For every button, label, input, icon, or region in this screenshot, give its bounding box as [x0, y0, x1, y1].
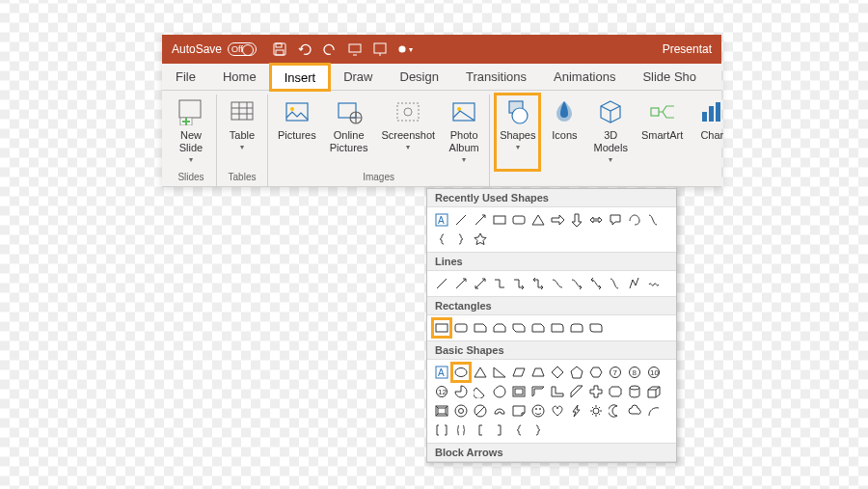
freeform-shape[interactable] — [626, 275, 643, 292]
triangle-shape[interactable] — [472, 364, 489, 381]
online-pictures-button[interactable]: Online Pictures — [326, 95, 372, 170]
freeform-shape[interactable] — [626, 211, 643, 229]
plaque-shape[interactable] — [607, 383, 624, 400]
icons-button[interactable]: Icons — [545, 95, 583, 170]
tab-design[interactable]: Design — [387, 64, 452, 90]
diamond-shape[interactable] — [549, 364, 566, 381]
chord-shape[interactable] — [472, 383, 489, 400]
right-brace-shape[interactable] — [529, 421, 547, 439]
right-triangle-shape[interactable] — [491, 364, 508, 381]
undo-icon[interactable] — [297, 41, 312, 57]
cube-shape[interactable] — [645, 383, 663, 400]
photo-album-button[interactable]: Photo Album ▾ — [445, 95, 483, 170]
smartart-button[interactable]: SmartArt — [637, 95, 687, 170]
text-box-shape[interactable]: A — [433, 211, 450, 229]
screenshot-button[interactable]: Screenshot ▾ — [378, 95, 440, 170]
l-shape[interactable] — [549, 383, 566, 400]
line-arrow-shape[interactable] — [472, 211, 489, 229]
snip-diag-shape[interactable] — [510, 319, 528, 337]
tab-slideshow[interactable]: Slide Sho — [629, 64, 710, 90]
double-bracket-shape[interactable] — [433, 421, 450, 439]
right-arrow-shape[interactable] — [549, 211, 566, 229]
rounded-rectangle-shape[interactable] — [452, 319, 470, 337]
teardrop-shape[interactable] — [491, 383, 508, 400]
block-arc-shape[interactable] — [491, 402, 508, 420]
sun-shape[interactable] — [587, 402, 605, 420]
diagonal-stripe-shape[interactable] — [568, 383, 585, 400]
rectangle-shape[interactable] — [433, 319, 450, 337]
snip-same-shape[interactable] — [491, 319, 508, 337]
triangle-shape[interactable] — [529, 211, 547, 229]
hexagon-shape[interactable] — [587, 364, 605, 381]
curved-connector-shape[interactable] — [549, 275, 566, 292]
bevel-shape[interactable] — [433, 402, 450, 420]
line-arrow-shape[interactable] — [452, 275, 470, 292]
right-bracket-shape[interactable] — [491, 421, 508, 439]
heptagon-shape[interactable]: 7 — [607, 364, 624, 381]
round-single-shape[interactable] — [549, 319, 566, 337]
line-shape[interactable] — [452, 211, 470, 229]
text-box-shape[interactable]: A — [433, 364, 450, 381]
touchmode-icon[interactable]: ▾ — [397, 41, 413, 57]
heart-shape[interactable] — [549, 402, 566, 420]
trapezoid-shape[interactable] — [529, 364, 547, 381]
octagon-shape[interactable]: 8 — [626, 364, 643, 381]
star-shape[interactable] — [472, 231, 489, 248]
shapes-button[interactable]: Shapes ▾ — [496, 95, 539, 170]
moon-shape[interactable] — [607, 402, 624, 420]
folded-corner-shape[interactable] — [510, 402, 528, 420]
table-button[interactable]: Table ▾ — [223, 95, 261, 170]
pie-shape[interactable] — [452, 383, 470, 400]
cloud-shape[interactable] — [626, 402, 643, 420]
redo-icon[interactable] — [322, 41, 338, 57]
tab-insert[interactable]: Insert — [270, 64, 331, 91]
left-brace-shape[interactable] — [433, 231, 450, 248]
lightning-shape[interactable] — [568, 402, 585, 420]
double-arrow-shape[interactable] — [587, 211, 605, 229]
curve-shape[interactable] — [645, 211, 663, 229]
curved-double-shape[interactable] — [587, 275, 605, 292]
round-diag-shape[interactable] — [587, 319, 605, 337]
pictures-button[interactable]: Pictures — [274, 95, 320, 170]
snip-single-shape[interactable] — [472, 319, 489, 337]
tab-draw[interactable]: Draw — [330, 64, 386, 90]
arc-shape[interactable] — [645, 402, 663, 420]
donut-shape[interactable] — [452, 402, 470, 420]
elbow-connector-shape[interactable] — [491, 275, 508, 292]
double-brace-shape[interactable] — [452, 421, 470, 439]
half-frame-shape[interactable] — [529, 383, 547, 400]
frame-shape[interactable] — [510, 383, 528, 400]
tab-file[interactable]: File — [162, 64, 209, 90]
can-shape[interactable] — [626, 383, 643, 400]
elbow-arrow-shape[interactable] — [510, 275, 528, 292]
tab-animations[interactable]: Animations — [540, 64, 629, 90]
slideshow-icon[interactable] — [372, 41, 388, 57]
double-arrow-line-shape[interactable] — [472, 275, 489, 292]
right-brace-shape[interactable] — [452, 231, 470, 248]
dodecagon-shape[interactable]: 12 — [433, 383, 450, 400]
line-shape[interactable] — [433, 275, 450, 292]
chart-button[interactable]: Char — [692, 95, 731, 170]
round-same-shape[interactable] — [568, 319, 585, 337]
parallelogram-shape[interactable] — [510, 364, 528, 381]
left-bracket-shape[interactable] — [472, 421, 489, 439]
rounded-rectangle-shape[interactable] — [510, 211, 528, 229]
snip-round-shape[interactable] — [529, 319, 547, 337]
scribble-shape[interactable] — [645, 275, 663, 292]
oval-shape[interactable] — [452, 364, 470, 381]
autosave-toggle[interactable]: AutoSave Off — [172, 42, 257, 56]
decagon-shape[interactable]: 10 — [645, 364, 663, 381]
left-brace-shape[interactable] — [510, 421, 528, 439]
cross-shape[interactable] — [587, 383, 605, 400]
elbow-double-shape[interactable] — [529, 275, 547, 292]
startfromstart-icon[interactable] — [347, 41, 363, 57]
no-symbol-shape[interactable] — [472, 402, 489, 420]
down-arrow-shape[interactable] — [568, 211, 585, 229]
new-slide-button[interactable]: New Slide ▾ — [172, 95, 210, 170]
callout-shape[interactable] — [607, 211, 624, 229]
rectangle-shape[interactable] — [491, 211, 508, 229]
tab-home[interactable]: Home — [209, 64, 270, 90]
3d-models-button[interactable]: 3D Models ▾ — [589, 95, 631, 170]
curved-arrow-shape[interactable] — [568, 275, 585, 292]
tab-transitions[interactable]: Transitions — [452, 64, 540, 90]
